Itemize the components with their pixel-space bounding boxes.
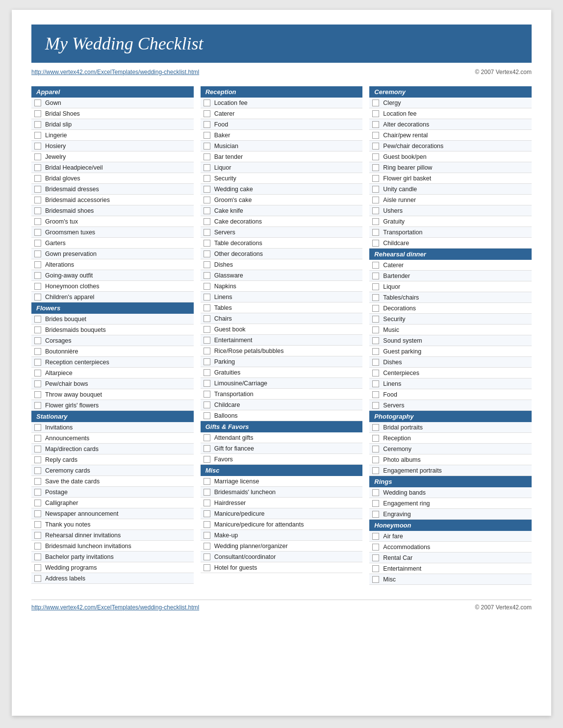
checkbox[interactable] [372, 262, 379, 269]
checkbox[interactable] [204, 100, 210, 106]
checkbox[interactable] [372, 143, 379, 150]
checkbox[interactable] [372, 229, 379, 236]
checkbox[interactable] [204, 164, 210, 171]
checkbox[interactable] [204, 229, 210, 236]
checkbox[interactable] [372, 391, 379, 398]
checkbox[interactable] [204, 283, 210, 290]
checkbox[interactable] [372, 240, 379, 247]
checkbox[interactable] [204, 521, 210, 528]
checkbox[interactable] [204, 500, 210, 506]
checkbox[interactable] [34, 261, 41, 268]
checkbox[interactable] [372, 359, 379, 366]
checkbox[interactable] [372, 456, 379, 463]
checkbox[interactable] [34, 326, 41, 333]
checkbox[interactable] [204, 272, 210, 279]
checkbox[interactable] [372, 186, 379, 193]
checkbox[interactable] [204, 153, 210, 160]
checkbox[interactable] [34, 456, 41, 463]
checkbox[interactable] [204, 304, 210, 311]
checkbox[interactable] [204, 294, 210, 301]
checkbox[interactable] [372, 218, 379, 225]
checkbox[interactable] [372, 370, 379, 377]
checkbox[interactable] [372, 348, 379, 355]
checkbox[interactable] [34, 283, 41, 290]
checkbox[interactable] [204, 197, 210, 203]
checkbox[interactable] [372, 446, 379, 452]
checkbox[interactable] [34, 229, 41, 236]
checkbox[interactable] [34, 359, 41, 366]
checkbox[interactable] [204, 553, 210, 560]
checkbox[interactable] [372, 164, 379, 171]
checkbox[interactable] [34, 272, 41, 279]
checkbox[interactable] [204, 186, 210, 193]
checkbox[interactable] [204, 489, 210, 496]
checkbox[interactable] [372, 424, 379, 431]
checkbox[interactable] [372, 305, 379, 312]
checkbox[interactable] [34, 175, 41, 182]
checkbox[interactable] [372, 533, 379, 540]
checkbox[interactable] [372, 467, 379, 474]
checkbox[interactable] [34, 402, 41, 409]
checkbox[interactable] [372, 197, 379, 203]
checkbox[interactable] [204, 326, 210, 333]
checkbox[interactable] [34, 251, 41, 257]
checkbox[interactable] [372, 554, 379, 561]
checkbox[interactable] [204, 391, 210, 398]
checkbox[interactable] [204, 402, 210, 408]
checkbox[interactable] [204, 369, 210, 376]
checkbox[interactable] [372, 110, 379, 117]
checkbox[interactable] [204, 445, 210, 452]
checkbox[interactable] [204, 175, 210, 182]
checkbox[interactable] [372, 283, 379, 290]
checkbox[interactable] [204, 143, 210, 150]
checkbox[interactable] [34, 143, 41, 150]
checkbox[interactable] [34, 500, 41, 506]
checkbox[interactable] [372, 121, 379, 128]
checkbox[interactable] [372, 511, 379, 518]
checkbox[interactable] [34, 294, 41, 301]
checkbox[interactable] [204, 315, 210, 322]
checkbox[interactable] [34, 391, 41, 398]
checkbox[interactable] [204, 532, 210, 539]
checkbox[interactable] [204, 434, 210, 441]
checkbox[interactable] [34, 121, 41, 128]
checkbox[interactable] [204, 380, 210, 387]
checkbox[interactable] [372, 175, 379, 182]
checkbox[interactable] [34, 207, 41, 214]
checkbox[interactable] [34, 510, 41, 517]
checkbox[interactable] [34, 100, 41, 106]
checkbox[interactable] [204, 478, 210, 485]
checkbox[interactable] [34, 164, 41, 171]
checkbox[interactable] [204, 412, 210, 419]
checkbox[interactable] [204, 543, 210, 550]
checkbox[interactable] [34, 575, 41, 582]
checkbox[interactable] [34, 543, 41, 550]
checkbox[interactable] [34, 489, 41, 496]
checkbox[interactable] [204, 348, 210, 354]
checkbox[interactable] [34, 478, 41, 485]
checkbox[interactable] [34, 532, 41, 539]
header-url-link[interactable]: http://www.vertex42.com/ExcelTemplates/w… [31, 69, 199, 75]
checkbox[interactable] [372, 153, 379, 160]
checkbox[interactable] [34, 435, 41, 442]
checkbox[interactable] [204, 456, 210, 463]
checkbox[interactable] [204, 207, 210, 214]
checkbox[interactable] [372, 576, 379, 583]
checkbox[interactable] [34, 337, 41, 344]
checkbox[interactable] [372, 500, 379, 507]
checkbox[interactable] [34, 553, 41, 560]
checkbox[interactable] [372, 435, 379, 442]
checkbox[interactable] [34, 370, 41, 377]
checkbox[interactable] [34, 424, 41, 431]
checkbox[interactable] [34, 186, 41, 193]
checkbox[interactable] [34, 240, 41, 247]
checkbox[interactable] [372, 402, 379, 409]
checkbox[interactable] [372, 565, 379, 572]
checkbox[interactable] [204, 251, 210, 257]
checkbox[interactable] [204, 337, 210, 344]
checkbox[interactable] [204, 240, 210, 247]
checkbox[interactable] [204, 261, 210, 268]
checkbox[interactable] [34, 316, 41, 323]
checkbox[interactable] [372, 489, 379, 496]
checkbox[interactable] [204, 564, 210, 571]
